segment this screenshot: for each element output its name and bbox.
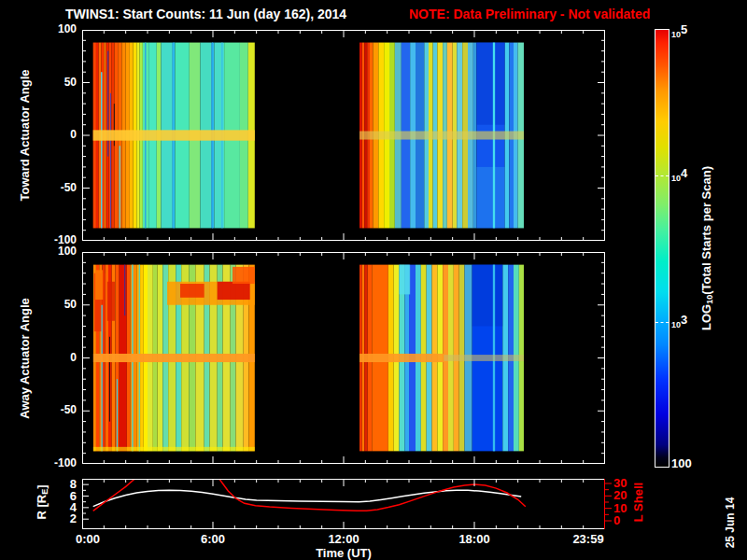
y-tick-label: -100 bbox=[54, 456, 77, 470]
y-tick-label: 50 bbox=[64, 76, 77, 90]
colorbar-tick bbox=[655, 322, 669, 323]
r-tick-label: 2 bbox=[70, 511, 77, 525]
away-heatmap bbox=[82, 252, 605, 464]
time-axis-label: Time (UT) bbox=[316, 546, 372, 560]
colorbar-tick bbox=[655, 175, 669, 176]
y-tick-label: 0 bbox=[70, 128, 77, 142]
plot-title: TWINS1: Start Counts: 11 Jun (day 162), … bbox=[65, 7, 346, 21]
panel-away-actuator bbox=[82, 252, 605, 464]
x-tick-label: 23:59 bbox=[572, 532, 603, 546]
colorbar-mid-label-1: 104 bbox=[671, 166, 687, 185]
colorbar-mid1-base: 10 bbox=[671, 174, 681, 183]
toward-heatmap bbox=[82, 30, 605, 241]
colorbar-mid2-exp: 3 bbox=[681, 313, 687, 327]
colorbar-bottom-label: 100 bbox=[671, 456, 692, 470]
y-tick-label: -50 bbox=[61, 403, 77, 417]
x-tick-label: 0:00 bbox=[76, 532, 100, 546]
colorbar-mid1-exp: 4 bbox=[681, 166, 687, 180]
panel-orbit-line bbox=[82, 479, 624, 529]
l-shell-axis-label: L Shell bbox=[631, 483, 645, 522]
heatmap-data bbox=[93, 265, 524, 452]
y-tick-label: 100 bbox=[58, 245, 77, 259]
colorbar-top-exp: 5 bbox=[681, 22, 687, 36]
actuator-angle-axis-label: Away Actuator Angle bbox=[18, 298, 32, 419]
l-shell-axis-ticks bbox=[605, 479, 613, 529]
heatmap-data bbox=[93, 43, 524, 229]
r-axis-label: R [RE] bbox=[35, 484, 49, 519]
y-tick-label: 0 bbox=[70, 351, 77, 365]
y-tick-label: 50 bbox=[64, 298, 77, 312]
y-tick-label: 100 bbox=[58, 22, 77, 36]
l-shell-tick-label: 0 bbox=[613, 513, 620, 527]
colorbar bbox=[655, 29, 669, 468]
colorbar-axis-label: LOG10(Total Starts per Scan) bbox=[699, 166, 714, 330]
colorbar-top-label: 105 bbox=[671, 22, 687, 41]
y-tick-label: -50 bbox=[61, 181, 77, 195]
orbit-curves bbox=[93, 479, 526, 511]
colorbar-mid2-base: 10 bbox=[671, 320, 681, 329]
preliminary-note: NOTE: Data Preliminary - Not validated bbox=[409, 7, 650, 21]
x-tick-label: 12:00 bbox=[328, 532, 359, 546]
r-axis-ticks bbox=[82, 484, 89, 519]
date-stamp: 25 Jun 14 bbox=[723, 497, 737, 549]
r-curve bbox=[93, 490, 522, 506]
x-axis-ticks bbox=[83, 479, 605, 529]
actuator-angle-axis-label: Toward Actuator Angle bbox=[18, 69, 32, 201]
panel-frame bbox=[83, 480, 605, 529]
orbit-line-chart bbox=[82, 479, 624, 529]
panel-toward-actuator bbox=[82, 30, 605, 241]
colorbar-mid-label-2: 103 bbox=[671, 313, 687, 331]
plot-screen: TWINS1: Start Counts: 11 Jun (day 162), … bbox=[0, 0, 747, 560]
colorbar-top-base: 10 bbox=[671, 30, 681, 39]
x-tick-label: 6:00 bbox=[201, 532, 225, 546]
l-shell-curve bbox=[219, 479, 526, 511]
x-tick-label: 18:00 bbox=[458, 532, 489, 546]
